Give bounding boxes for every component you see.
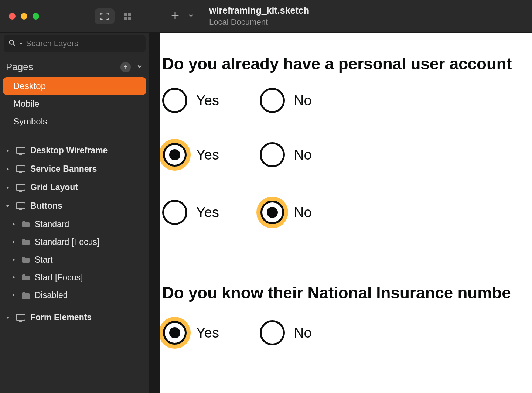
svg-rect-7 <box>16 184 25 190</box>
artboard-row-desktop-wireframe[interactable]: Desktop Wireframe <box>0 141 149 160</box>
maximize-window-button[interactable] <box>33 13 39 20</box>
search-layers-input[interactable]: Search Layers <box>4 35 146 52</box>
layer-row-disabled[interactable]: Disabled <box>0 286 149 304</box>
radio-circle-icon <box>260 88 285 113</box>
layer-row-start[interactable]: Start <box>0 251 149 269</box>
artboard-row-service-banners[interactable]: Service Banners <box>0 160 149 178</box>
radio-row-q2-yes-focused: Yes No <box>162 317 532 349</box>
canvas-view-button[interactable] <box>95 8 115 24</box>
radio-no-unselected[interactable]: No <box>260 320 312 345</box>
radio-circle-icon <box>162 200 187 225</box>
chevron-right-icon[interactable] <box>10 293 17 297</box>
layers-tree: Desktop Wireframe Service Banners <box>0 141 149 327</box>
search-placeholder: Search Layers <box>26 39 78 48</box>
close-window-button[interactable] <box>9 13 16 20</box>
chevron-right-icon[interactable] <box>4 185 11 190</box>
radio-no-unselected[interactable]: No <box>260 142 312 167</box>
chevron-right-icon[interactable] <box>10 222 17 226</box>
artboard-icon <box>16 184 26 192</box>
svg-rect-8 <box>16 203 25 209</box>
svg-rect-1 <box>128 13 131 16</box>
artboard-icon <box>16 165 26 173</box>
layer-label: Start <box>35 255 53 265</box>
layer-label: Grid Layout <box>30 182 78 192</box>
titlebar: wireframing_kit.sketch Local Document <box>0 0 532 33</box>
radio-label: No <box>294 147 312 163</box>
folder-icon <box>21 221 30 228</box>
components-view-button[interactable] <box>117 8 137 24</box>
search-dropdown-icon[interactable] <box>19 40 23 47</box>
radio-row-unselected: Yes No <box>162 88 532 113</box>
folder-icon <box>21 274 30 281</box>
radio-row-no-focused: Yes No <box>162 196 532 228</box>
radio-label: No <box>294 325 312 341</box>
pages-header: Pages + <box>0 55 149 77</box>
layer-label: Service Banners <box>30 164 97 174</box>
layer-label: Desktop Wireframe <box>30 146 108 156</box>
document-subtitle: Local Document <box>209 17 309 27</box>
page-item-mobile[interactable]: Mobile <box>3 95 146 113</box>
collapse-pages-icon[interactable] <box>136 63 143 72</box>
radio-yes-focused[interactable]: Yes <box>162 139 219 171</box>
chevron-right-icon[interactable] <box>10 240 17 244</box>
layer-label: Disabled <box>35 290 68 300</box>
folder-icon <box>21 256 30 263</box>
radio-circle-focused-icon <box>256 196 288 228</box>
pages-heading: Pages <box>6 61 120 73</box>
chevron-down-icon[interactable] <box>4 315 11 320</box>
radio-circle-focused-icon <box>159 139 191 171</box>
radio-no-unselected[interactable]: No <box>260 88 312 113</box>
svg-rect-3 <box>128 17 131 20</box>
minimize-window-button[interactable] <box>21 13 27 20</box>
svg-rect-5 <box>16 147 25 153</box>
radio-circle-icon <box>260 142 285 167</box>
layer-row-standard[interactable]: Standard <box>0 215 149 233</box>
pages-list: Desktop Mobile Symbols <box>0 77 149 130</box>
layer-label: Standard <box>35 219 69 229</box>
insert-plus-icon[interactable] <box>170 10 180 22</box>
page-label: Symbols <box>13 116 47 127</box>
radio-label: No <box>294 205 312 221</box>
artboard-icon <box>16 314 26 322</box>
radio-yes-focused[interactable]: Yes <box>162 317 219 349</box>
folder-icon <box>21 238 30 246</box>
page-label: Desktop <box>13 81 46 91</box>
radio-no-focused[interactable]: No <box>260 196 312 228</box>
svg-rect-9 <box>16 314 25 320</box>
radio-yes-unselected[interactable]: Yes <box>162 200 219 225</box>
add-page-button[interactable]: + <box>120 62 131 72</box>
radio-circle-focused-icon <box>159 317 191 349</box>
question-heading-1[interactable]: Do you already have a personal user acco… <box>162 55 532 73</box>
chevron-right-icon[interactable] <box>4 148 11 153</box>
layers-sidebar: Search Layers Pages + Desktop Mobile Sym… <box>0 33 150 393</box>
chevron-right-icon[interactable] <box>10 257 17 262</box>
chevron-right-icon[interactable] <box>10 275 17 280</box>
artboard-icon <box>16 202 26 210</box>
insert-controls: wireframing_kit.sketch Local Document <box>170 5 309 27</box>
radio-circle-icon <box>162 88 187 113</box>
radio-label: Yes <box>196 147 219 163</box>
folder-icon <box>21 291 30 299</box>
artboard-row-buttons[interactable]: Buttons <box>0 197 149 215</box>
svg-rect-2 <box>124 17 127 20</box>
page-label: Mobile <box>13 99 40 109</box>
layer-label: Form Elements <box>30 312 92 322</box>
page-item-desktop[interactable]: Desktop <box>3 77 146 95</box>
svg-rect-0 <box>124 13 127 16</box>
insert-dropdown-icon[interactable] <box>188 12 194 20</box>
design-canvas[interactable]: Do you already have a personal user acco… <box>150 33 532 393</box>
layer-row-standard-focus[interactable]: Standard [Focus] <box>0 233 149 251</box>
layer-label: Start [Focus] <box>35 273 83 283</box>
chevron-right-icon[interactable] <box>4 167 11 171</box>
document-title-area[interactable]: wireframing_kit.sketch Local Document <box>209 5 309 27</box>
view-mode-toggles <box>95 8 137 24</box>
question-heading-2[interactable]: Do you know their National Insurance num… <box>162 284 532 302</box>
artboard-row-form-elements[interactable]: Form Elements <box>0 308 149 327</box>
page-item-symbols[interactable]: Symbols <box>3 113 146 130</box>
search-icon <box>8 39 16 48</box>
artboard-row-grid-layout[interactable]: Grid Layout <box>0 178 149 197</box>
chevron-down-icon[interactable] <box>4 204 11 208</box>
radio-yes-unselected[interactable]: Yes <box>162 88 219 113</box>
layer-label: Standard [Focus] <box>35 237 99 247</box>
layer-row-start-focus[interactable]: Start [Focus] <box>0 269 149 286</box>
